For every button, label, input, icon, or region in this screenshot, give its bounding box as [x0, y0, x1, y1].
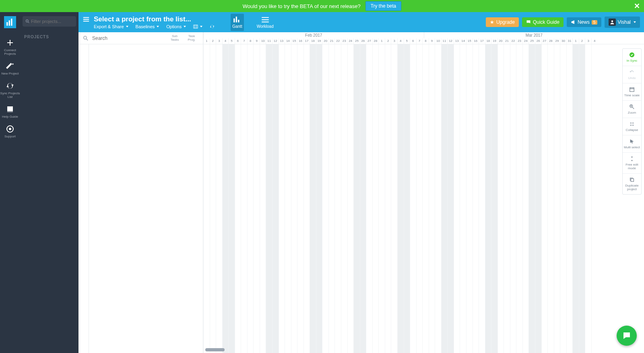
- user-menu[interactable]: Vishal: [605, 17, 640, 28]
- day-label: 20: [322, 38, 328, 44]
- tab-workload[interactable]: Workload: [255, 14, 275, 31]
- timeline[interactable]: Feb 2017Mar 2017 12345678910111213141516…: [203, 32, 644, 353]
- day-column: [491, 44, 497, 353]
- tool-in-sync[interactable]: In Sync: [623, 49, 641, 66]
- day-column: [441, 44, 448, 353]
- day-label: 29: [554, 38, 560, 44]
- menu-export[interactable]: Export & Share: [94, 24, 128, 29]
- day-label: 23: [516, 38, 522, 44]
- filter-projects-input[interactable]: [31, 19, 73, 24]
- close-icon[interactable]: ✕: [634, 2, 640, 10]
- svg-point-5: [84, 36, 87, 39]
- tool-multi-select[interactable]: Multi select: [623, 135, 641, 153]
- day-label: 18: [310, 38, 316, 44]
- day-column: [353, 44, 360, 353]
- app-logo[interactable]: [4, 16, 16, 28]
- day-column: [572, 44, 579, 353]
- day-column: [378, 44, 385, 353]
- svg-point-1: [9, 128, 11, 130]
- col-task-prog: Task Prog.: [185, 35, 198, 42]
- day-label: 10: [260, 38, 266, 44]
- tool-time-scale[interactable]: Time scale: [623, 83, 641, 101]
- day-column: [391, 44, 397, 353]
- month-label: Feb 2017: [203, 32, 424, 38]
- day-label: 22: [334, 38, 341, 44]
- menu-baselines[interactable]: Baselines: [136, 24, 159, 29]
- svg-rect-7: [630, 88, 634, 92]
- day-column: [203, 44, 210, 353]
- day-label: 5: [404, 38, 410, 44]
- sidebar-item-new-project[interactable]: New Project: [1, 62, 19, 75]
- tool-collapse[interactable]: Collapse: [623, 118, 641, 135]
- day-label: 14: [460, 38, 466, 44]
- search-icon: [26, 19, 29, 23]
- try-beta-button[interactable]: Try the beta: [365, 1, 402, 11]
- day-label: 23: [341, 38, 347, 44]
- day-label: 13: [454, 38, 460, 44]
- topbar: Select a project from the list... Export…: [78, 12, 644, 32]
- day-column: [410, 44, 416, 353]
- sidebar-item-support[interactable]: Support: [4, 125, 16, 138]
- page-title: Select a project from the list...: [94, 15, 191, 23]
- day-label: 16: [473, 38, 479, 44]
- day-column: [347, 44, 354, 353]
- banner-text: Would you like to try the BETA of our ne…: [243, 3, 361, 9]
- news-button[interactable]: News5: [567, 17, 601, 27]
- day-label: 4: [397, 38, 404, 44]
- day-column: [272, 44, 279, 353]
- day-column: [566, 44, 573, 353]
- day-column: [504, 44, 510, 353]
- day-label: 24: [347, 38, 354, 44]
- day-column: [241, 44, 247, 353]
- menu-options[interactable]: Options: [166, 24, 186, 29]
- refresh-button[interactable]: [210, 24, 215, 29]
- svg-point-4: [611, 21, 613, 23]
- tab-gantt[interactable]: Gantt: [231, 14, 244, 31]
- sidebar-item-connect[interactable]: Connect Projects: [0, 39, 20, 56]
- day-label: 18: [485, 38, 491, 44]
- day-label: 5: [228, 38, 235, 44]
- day-column: [397, 44, 404, 353]
- svg-rect-9: [631, 179, 634, 181]
- day-column: [297, 44, 303, 353]
- menu-columns[interactable]: [193, 24, 202, 29]
- day-column: [360, 44, 366, 353]
- day-column: [422, 44, 429, 353]
- sidebar-item-help[interactable]: Help Guide: [2, 105, 18, 118]
- project-sidebar: PROJECTS: [20, 12, 78, 353]
- day-column: [528, 44, 535, 353]
- day-column: [429, 44, 435, 353]
- tool-zoom[interactable]: Zoom: [623, 101, 641, 118]
- sidebar-item-sync[interactable]: Sync Projects List: [0, 82, 20, 99]
- day-column: [291, 44, 297, 353]
- day-column: [247, 44, 254, 353]
- tool-free-edit-mode[interactable]: Free edit mode: [623, 153, 641, 174]
- day-label: 28: [372, 38, 379, 44]
- day-label: 4: [591, 38, 598, 44]
- day-label: 11: [441, 38, 448, 44]
- avatar-icon: [609, 19, 616, 26]
- day-column: [328, 44, 335, 353]
- day-column: [466, 44, 473, 353]
- day-label: 11: [266, 38, 272, 44]
- day-label: 27: [541, 38, 548, 44]
- task-search-input[interactable]: [92, 35, 164, 41]
- day-label: 1: [203, 38, 210, 44]
- tool-undo[interactable]: Undo: [623, 66, 641, 83]
- quick-guide-button[interactable]: Quick Guide: [522, 17, 564, 27]
- filter-projects-box[interactable]: [23, 16, 76, 27]
- day-label: 20: [497, 38, 504, 44]
- task-panel: Sub Tasks Task Prog.: [78, 32, 203, 353]
- sidebar-item-label: Sync Projects List: [0, 91, 20, 99]
- horizontal-scrollbar[interactable]: [205, 348, 225, 351]
- tool-duplicate-project[interactable]: Duplicate project: [623, 174, 641, 194]
- day-column: [385, 44, 391, 353]
- day-column: [210, 44, 216, 353]
- upgrade-button[interactable]: ★ Upgrade: [486, 17, 519, 27]
- chat-fab[interactable]: [617, 326, 637, 346]
- day-label: 13: [279, 38, 285, 44]
- menu-icon[interactable]: [83, 16, 90, 23]
- day-column: [454, 44, 460, 353]
- day-label: 1: [572, 38, 579, 44]
- search-icon: [83, 36, 88, 41]
